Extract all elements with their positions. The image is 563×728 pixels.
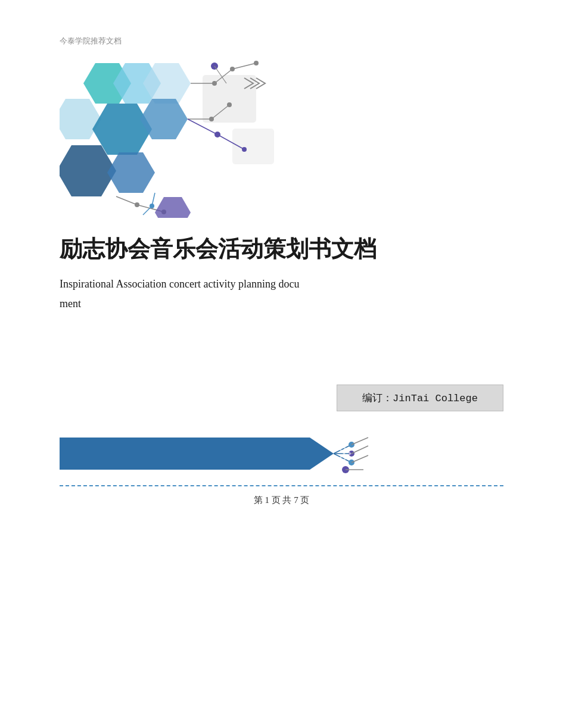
editor-value: JinTai College xyxy=(393,393,478,404)
arrow-banner xyxy=(60,433,369,474)
svg-point-17 xyxy=(227,102,232,107)
svg-marker-34 xyxy=(60,438,334,470)
svg-point-21 xyxy=(242,147,247,152)
svg-line-22 xyxy=(116,196,137,205)
hero-image xyxy=(60,57,286,218)
editor-label: 编订： xyxy=(362,392,393,404)
svg-rect-0 xyxy=(203,75,256,123)
subtitle-line2: ment xyxy=(60,298,81,310)
page: 今泰学院推荐文档 xyxy=(0,0,563,728)
main-title: 励志协会音乐会活动策划书文档 xyxy=(60,235,503,264)
svg-line-30 xyxy=(232,63,256,69)
dashed-divider xyxy=(60,485,503,486)
svg-line-40 xyxy=(352,446,368,454)
svg-point-31 xyxy=(254,61,259,65)
editor-box-wrapper: 编订：JinTai College xyxy=(60,385,503,411)
subtitle-line1: Inspirational Association concert activi… xyxy=(60,278,299,290)
editor-box: 编订：JinTai College xyxy=(337,385,503,411)
svg-marker-26 xyxy=(155,197,191,218)
svg-marker-9 xyxy=(107,152,155,193)
svg-line-43 xyxy=(352,455,368,463)
subtitle: Inspirational Association concert activi… xyxy=(60,274,405,313)
svg-line-37 xyxy=(352,438,368,445)
watermark-label: 今泰学院推荐文档 xyxy=(60,36,503,46)
page-number: 第 1 页 共 7 页 xyxy=(60,495,503,506)
